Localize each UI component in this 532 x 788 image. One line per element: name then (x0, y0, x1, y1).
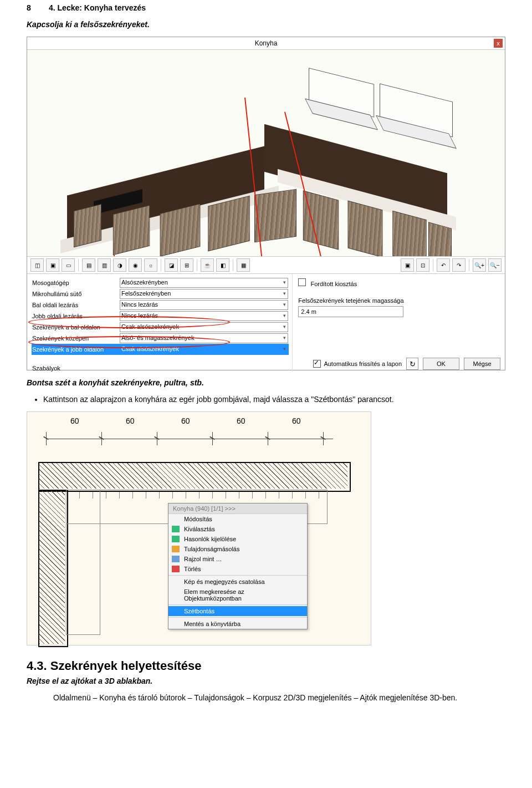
menu-mentes-konyvtarba[interactable]: Mentés a könyvtárba (168, 619, 307, 629)
prop-row-kozepen: Szekrények középen Alsó- és magasszekrén… (32, 333, 289, 344)
tool-3[interactable]: ▭ (62, 258, 75, 272)
kitchen-dialog-screenshot: Konyha x (27, 37, 505, 370)
tool-2[interactable]: ▣ (46, 258, 59, 272)
menu-szetbontas[interactable]: Szétbontás (168, 606, 307, 616)
properties-panel: Mosogatógép Alsószekrényben Mikrohullámú… (27, 274, 505, 372)
instruction-2: Bontsa szét a konyhát szekrényekre, pult… (27, 378, 505, 387)
dialog-toolbar: ◫ ▣ ▭ ▤ ▥ ◑ ◉ ☼ ◪ ⊞ ☕ ◧ ▦ ▣ ⊡ ↶ ↷ 🔍+ 🔍− (27, 256, 505, 274)
bullet-1: Kattintson az alaprajzon a konyhára az e… (43, 395, 505, 404)
refresh-button[interactable]: ↻ (406, 358, 418, 370)
kitchen-3d-viewport[interactable] (27, 50, 505, 256)
undo-button[interactable]: ↶ (437, 258, 450, 272)
menu-elem-megkeresese[interactable]: Elem megkeresése az Objektumközpontban (168, 587, 307, 603)
dialog-titlebar: Konyha x (27, 37, 505, 50)
redo-button[interactable]: ↷ (452, 258, 466, 272)
auto-refresh-checkbox[interactable] (313, 360, 321, 368)
combo-kozepen[interactable]: Alsó- és magasszekrények (120, 333, 288, 343)
combo-jobb-lezaras[interactable]: Nincs lezárás (120, 311, 288, 321)
forditott-kiosztas-label: Fordított kiosztás (310, 281, 357, 287)
zoom-in-button[interactable]: 🔍+ (473, 258, 486, 272)
prop-row-jobb-lezaras: Jobb oldali lezárás Nincs lezárás (32, 311, 289, 322)
tool-4[interactable]: ▤ (82, 258, 95, 272)
dialog-title: Konyha (255, 39, 278, 47)
height-label: Felsőszekrények tetejének magassága (298, 297, 499, 304)
menu-kep-csatolasa[interactable]: Kép és megjegyzés csatolása (168, 577, 307, 587)
height-field[interactable] (298, 306, 403, 317)
section-heading: 4.3. Szekrények helyettesítése (27, 659, 505, 673)
context-menu: Konyha (940) [1/1] >>> Módosítás Kiválas… (168, 503, 308, 629)
tool-12[interactable]: ◧ (216, 258, 229, 272)
tool-9[interactable]: ◪ (165, 258, 178, 272)
floorplan-screenshot: 60 60 60 60 60 Konyha (940) [1/1] >>> Mó… (27, 411, 371, 645)
tool-11[interactable]: ☕ (201, 258, 214, 272)
dim-4: 60 (237, 416, 245, 425)
menu-modositas[interactable]: Módosítás (168, 514, 307, 524)
menu-rajzol-mint[interactable]: Rajzol mint … (168, 554, 307, 564)
context-menu-header: Konyha (940) [1/1] >>> (168, 504, 307, 514)
combo-mosogatogep[interactable]: Alsószekrényben (120, 278, 288, 288)
zoom-out-button[interactable]: 🔍− (488, 258, 502, 272)
instruction-4: Oldalmenü – Konyha és tároló bútorok – T… (53, 693, 505, 702)
menu-torles[interactable]: Törlés (168, 564, 307, 574)
tool-8[interactable]: ☼ (144, 258, 157, 272)
instruction-3: Rejtse el az ajtókat a 3D ablakban. (27, 677, 505, 685)
prop-row-mosogatogep: Mosogatógép Alsószekrényben (32, 277, 289, 288)
lesson-title: 4. Lecke: Konyha tervezés (49, 3, 146, 12)
tool-7[interactable]: ◉ (129, 258, 142, 272)
combo-mikrohullamu[interactable]: Felsőszekrényben (120, 289, 288, 299)
ok-button[interactable]: OK (423, 358, 459, 370)
tool-1[interactable]: ◫ (30, 258, 44, 272)
dim-2: 60 (126, 416, 135, 425)
tool-13[interactable]: ▦ (237, 258, 250, 272)
prop-row-mikrohullamu: Mikrohullámú sütő Felsőszekrényben (32, 288, 289, 299)
instruction-1: Kapcsolja ki a felsőszekrényeket. (27, 20, 505, 29)
page-number: 8 (27, 3, 49, 12)
toolr-2[interactable]: ⊡ (416, 258, 429, 272)
tool-10[interactable]: ⊞ (180, 258, 193, 272)
menu-hasonlok[interactable]: Hasonlók kijelölése (168, 534, 307, 544)
dim-1: 60 (70, 416, 79, 425)
prop-row-jobb-oldal: Szekrények a jobb oldalon Csak alsószekr… (32, 344, 289, 355)
toolr-1[interactable]: ▣ (401, 258, 414, 272)
tool-6[interactable]: ◑ (113, 258, 126, 272)
prop-row-bal-oldal: Szekrények a bal oldalon Csak alsószekré… (32, 322, 289, 333)
combo-jobb-oldal[interactable]: Csak alsószekrények (120, 344, 288, 354)
dim-3: 60 (181, 416, 190, 425)
cancel-button[interactable]: Mégse (464, 358, 500, 370)
menu-kivalasztas[interactable]: Kiválasztás (168, 524, 307, 534)
forditott-kiosztas-checkbox[interactable] (298, 278, 306, 286)
dim-5: 60 (292, 416, 301, 425)
auto-refresh-label: Automatikus frissítés a lapon (324, 360, 402, 367)
close-button[interactable]: x (494, 39, 503, 48)
tool-5[interactable]: ▥ (98, 258, 111, 272)
prop-row-bal-lezaras: Bal oldali lezárás Nincs lezárás (32, 299, 289, 311)
combo-bal-lezaras[interactable]: Nincs lezárás (120, 300, 288, 310)
menu-tulajdonsagmasolas[interactable]: Tulajdonságmásolás (168, 544, 307, 554)
combo-bal-oldal[interactable]: Csak alsószekrények (120, 322, 288, 332)
